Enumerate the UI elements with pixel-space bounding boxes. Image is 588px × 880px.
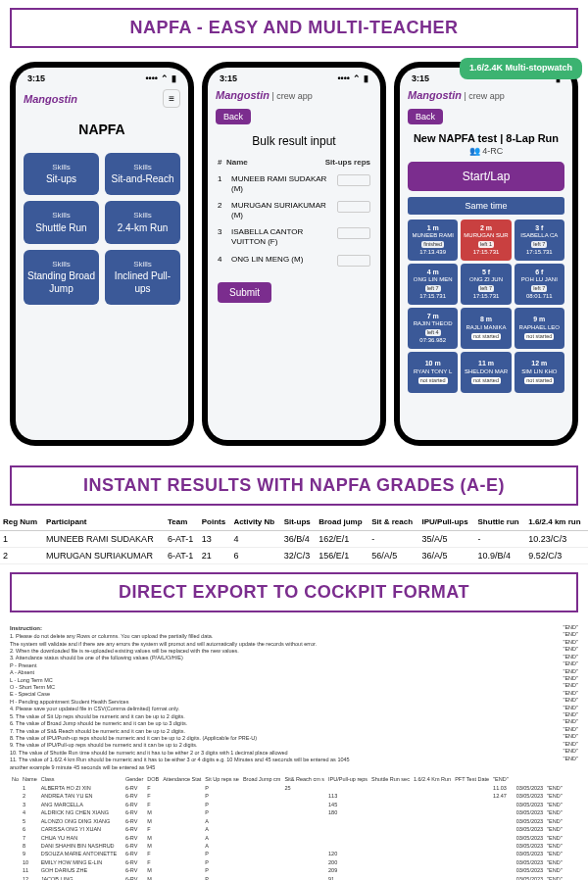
cockpit-header: Sit& Reach cm s [282,775,326,784]
runner-tile[interactable]: 4 mONG LIN MENleft 717:15.731 [408,264,458,305]
cockpit-row: 11GOH DARIUS ZHE6-RVMP20903/05/2023"END" [10,867,588,875]
results-row: 1MUNEEB RAMI SUDAKAR6-AT-113436/B/4162/E… [0,531,588,548]
runner-tile[interactable]: 8 mRAJLI MANIKAnot started [461,308,511,349]
app-subtitle: | crew app [272,91,313,101]
banner-bot: DIRECT EXPORT TO COCKPIT FORMAT [10,572,578,612]
runner-tile[interactable]: 6 fPOH LU JANIleft 708:01.711 [514,264,564,305]
instruction-line: 3. Attendance status should be one of th… [10,655,578,661]
runner-tile[interactable]: 1 mMUNEEB RAMIfinished17:13.439 [408,220,458,261]
cockpit-table: NoNameClassGenderDOBAttendance StatSit U… [10,775,588,880]
back-button[interactable]: Back [408,109,443,124]
battery-icon: ▮ [364,73,368,83]
results-header: Team [165,513,199,531]
instruction-line: A - Absent [10,669,578,676]
instruction-line: L - Long Term MC [10,677,578,684]
instruction-line: 1. Please do not delete any Rows or colu… [10,633,578,640]
start-lap-button[interactable]: Start/Lap [408,162,564,191]
cockpit-row: 6CARISSA ONG YI XUAN6-RVFA03/05/2023"END… [10,826,588,834]
signal-icon: •••• [145,73,158,83]
runner-tile[interactable]: 7 mRAJIN THEODleft 407:36.982 [408,308,458,349]
status-time: 3:15 [220,73,237,83]
instruction-line: 4. Please save your updated file in CSV(… [10,706,578,712]
skill-tile[interactable]: SkillsSit-ups [24,153,99,195]
back-button[interactable]: Back [216,109,251,124]
results-table: Reg NumParticipantTeamPointsActivity NbS… [0,513,588,564]
app-header: Mangostin | crew app [400,85,572,105]
runner-tile[interactable]: 3 fISABELLA CAleft 717:15.731 [514,220,564,261]
cockpit-header: Broad Jump cm [241,775,283,784]
runner-tile[interactable]: 9 mRAPHAEL LEOnot started [514,308,564,349]
results-header: Participant [43,513,165,531]
cockpit-header: Shuttle Run sec [369,775,412,784]
bulk-row: 1MUNEEB RAMI SUDAKAR (M) [208,171,380,197]
reps-input[interactable] [337,201,370,213]
reps-input[interactable] [337,174,370,186]
instruction-line: The system will validate and if there ar… [10,641,578,648]
skill-tile[interactable]: SkillsSit-and-Reach [105,153,180,195]
bulk-row: 3ISABELLA CANTOR VUITTON (F) [208,223,380,250]
instruction-line: P - Present [10,662,578,669]
status-time: 3:15 [27,73,45,83]
status-icons: •••• ⌃ ▮ [337,73,368,83]
test-title: New NAPFA test | 8-Lap Run [400,132,572,144]
cockpit-row: 2ANDREA TAN YU EN6-RVFP11312.4703/05/202… [10,793,588,801]
stopwatch-badge: 1.6/2.4K Multi-stopwatch [460,58,582,79]
instruction-line: 11. The value of 1.6/2.4 km Run should b… [10,757,578,763]
results-header: Sit & reach [368,513,418,531]
napfa-title: NAPFA [16,122,188,137]
reps-input[interactable] [337,255,370,267]
cockpit-header: Name [21,775,39,784]
runner-tile[interactable]: 12 mSIM LIN KHOnot started [514,352,564,393]
skill-tile[interactable]: SkillsStanding Broad Jump [24,250,99,305]
runner-tile[interactable]: 2 mMURUGAN SURleft 117:15.731 [461,220,511,261]
menu-button[interactable]: ≡ [163,89,180,108]
instruction-line: 9. The value of IPU/Pull-up reps should … [10,742,578,749]
results-header: Points [199,513,231,531]
results-header: 1.6/2.4 km run [525,513,588,531]
instruction-line: another example 9 minute 45 seconds will… [10,764,578,771]
cockpit-row: 12JACOB LING6-RVMP9103/05/2023"END" [10,875,588,880]
instruction-line: 2. When the downloaded file is re-upload… [10,648,578,655]
cockpit-header: IPU/Pull-up reps [326,775,369,784]
col-num: # [218,158,221,167]
runner-tile[interactable]: 5 fONG ZI JUNleft 717:15.731 [461,264,511,305]
instruction-title: Instruction: [10,624,578,632]
instruction-list: 1. Please do not delete any Rows or colu… [10,633,578,771]
skill-tiles: SkillsSit-upsSkillsSit-and-ReachSkillsSh… [16,153,188,305]
runner-tile[interactable]: 11 mSHELDON MARnot started [461,352,511,393]
cockpit-header: PFT Test Date [453,775,491,784]
group-icon: 👥 [469,146,480,156]
results-row: 2MURUGAN SURIAKUMAR6-AT-121632/C/3156/E/… [0,548,588,564]
cockpit-export: "END""END""END""END""END""END""END""END"… [0,620,588,880]
same-time-button[interactable]: Same time [408,197,564,215]
skill-tile[interactable]: Skills2.4-km Run [105,201,180,243]
banner-mid: INSTANT RESULTS WITH NAPFA GRADES (A-E) [10,465,578,506]
col-reps: Sit-ups reps [325,158,370,167]
cockpit-row: 9DSOUZA MARIE ANTOINETTE6-RVFP12003/05/2… [10,851,588,858]
app-subtitle: | crew app [465,91,505,101]
signal-icon: •••• [337,73,350,83]
brand-logo: Mangostin [216,89,270,101]
cockpit-header: 1.6/2.4 Km Run [412,775,453,784]
runner-tile[interactable]: 10 mRYAN TONY Lnot started [408,352,458,393]
instruction-line: 6. The value of Broad Jump should be num… [10,720,578,727]
reps-input[interactable] [337,227,370,239]
banner-top: NAPFA - EASY AND MULTI-TEACHER [10,8,578,48]
submit-button[interactable]: Submit [218,282,271,303]
cockpit-header: DOB [145,775,161,784]
cockpit-header: Attendance Stat [161,775,203,784]
skill-tile[interactable]: SkillsInclined Pull-ups [105,250,180,305]
cockpit-header: Gender [123,775,145,784]
cockpit-row: 4ALDRICK NG CHEN XIANG6-RVMP18003/05/202… [10,809,588,817]
cockpit-header: No [10,775,21,784]
results-header: Broad jump [316,513,368,531]
phone-1: 3:15 •••• ⌃ ▮ Mangostin ≡ NAPFA SkillsSi… [10,62,194,446]
brand-logo: Mangostin [24,93,77,105]
group-label: 👥 4-RC [400,146,572,156]
status-bar: 3:15 •••• ⌃ ▮ [208,68,380,85]
skill-tile[interactable]: SkillsShuttle Run [24,201,99,243]
phone-2: 3:15 •••• ⌃ ▮ Mangostin | crew app Back … [202,62,386,446]
results-header: Reg Num [0,513,43,531]
results-header: Sit-ups [281,513,317,531]
instruction-line: 10. The value of Shuttle Run time should… [10,750,578,757]
